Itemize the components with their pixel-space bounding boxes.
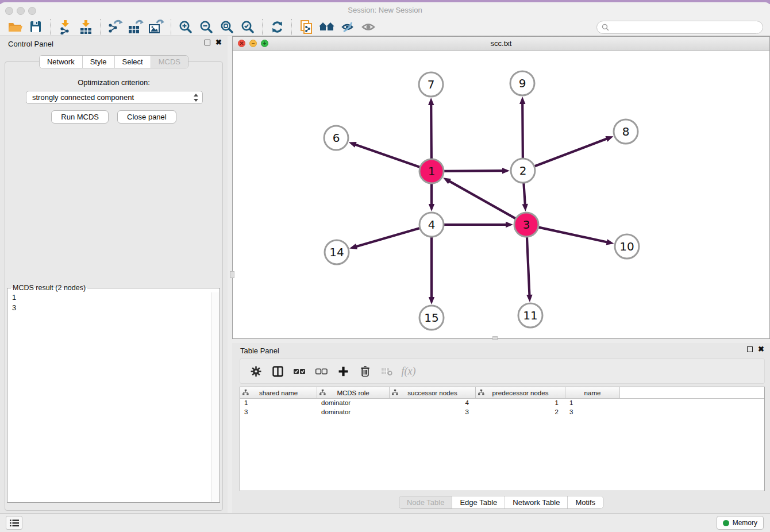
toolbar-separator [50,19,51,35]
graph-node-6[interactable]: 6 [324,126,348,150]
graph-edge-4-14[interactable] [349,228,419,249]
column-header-label: name [584,390,601,396]
zoom-out-button[interactable] [196,18,217,36]
graph-node-14[interactable]: 14 [325,240,349,264]
table-options-button[interactable] [247,363,264,380]
export-image-icon [148,20,164,34]
table-cell: 1 [240,399,317,408]
graph-node-4[interactable]: 4 [419,213,444,237]
zoom-selected-icon [241,20,255,34]
criterion-value: strongly connected component [32,93,193,102]
column-header-predecessor-nodes[interactable]: predecessor nodes [476,387,565,398]
float-panel-icon[interactable] [747,346,753,352]
table-row[interactable]: 3dominator323 [240,408,764,417]
column-header-MCDS-role[interactable]: MCDS role [317,387,390,398]
deselect-all-rows-button[interactable] [313,363,330,380]
graph-node-3[interactable]: 3 [514,213,538,237]
tab-edge-table[interactable]: Edge Table [452,496,505,508]
splitter-grip[interactable] [492,336,498,340]
graph-node-2[interactable]: 2 [511,159,535,183]
search-field[interactable] [596,21,763,34]
table-tabs: Node TableEdge TableNetwork TableMotifs [399,496,603,509]
select-all-rows-button[interactable] [291,363,308,380]
column-header-name[interactable]: name [565,387,620,398]
result-scrollbar[interactable] [211,292,219,502]
graph-edge-4-3[interactable] [444,222,513,228]
delete-table-button[interactable] [378,363,395,380]
add-row-button[interactable] [334,363,352,380]
tab-network[interactable]: Network [40,56,82,68]
graph-edge-3-11[interactable] [526,237,532,302]
open-folder-icon [7,20,22,34]
birds-eye-view-button[interactable] [358,18,379,36]
search-input[interactable] [611,23,763,31]
eye-icon [361,21,376,33]
control-panel-title: Control Panel [8,40,53,48]
tab-mcds[interactable]: MCDS [151,56,188,68]
table-panel: Table Panel ✖ [232,343,770,513]
graph-edge-3-10[interactable] [538,228,614,245]
export-network-button[interactable] [105,18,125,36]
apply-function-button[interactable]: f(x) [400,363,417,380]
graph-node-7[interactable]: 7 [419,72,443,97]
list-icon [10,519,19,527]
export-table-button[interactable] [125,18,146,36]
graph-edge-1-6[interactable] [349,142,420,167]
graph-edge-1-4[interactable] [429,184,434,211]
graph-node-10[interactable]: 10 [615,234,639,259]
duplicate-network-button[interactable] [296,18,317,36]
column-header-shared-name[interactable]: shared name [240,387,317,398]
deselect-all-icon [315,368,328,375]
graph-node-11[interactable]: 11 [518,303,542,327]
close-panel-icon[interactable]: ✖ [215,40,222,45]
close-panel-icon[interactable]: ✖ [758,346,764,352]
table-cell: 1 [565,399,620,408]
save-session-button[interactable] [25,18,46,36]
graphics-details-button[interactable] [337,18,358,36]
task-history-button[interactable] [6,516,22,530]
graph-edge-1-7[interactable] [428,98,434,159]
mcds-result-group: MCDS result (2 nodes) 13 [7,284,220,503]
show-column-panel-button[interactable] [269,363,286,380]
close-panel-button[interactable]: Close panel [117,110,176,124]
memory-button[interactable]: Memory [717,516,764,530]
import-network-button[interactable] [55,18,75,36]
run-mcds-button[interactable]: Run MCDS [51,110,109,124]
tab-style[interactable]: Style [82,56,114,68]
column-header-successor-nodes[interactable]: successor nodes [390,387,476,398]
graph-edge-3-1[interactable] [443,178,515,218]
table-row[interactable]: 1dominator411 [240,399,764,408]
home-networks-button[interactable] [317,18,337,36]
delete-rows-button[interactable] [356,363,374,380]
graph-edge-2-9[interactable] [519,97,525,158]
column-header-label: MCDS role [337,390,369,396]
tab-select[interactable]: Select [114,56,151,68]
graph-edge-2-8[interactable] [535,136,614,166]
graph-edge-1-2[interactable] [444,168,510,174]
export-image-button[interactable] [146,18,167,36]
tab-node-table[interactable]: Node Table [399,496,452,508]
node-label: 3 [523,218,530,232]
graph-node-9[interactable]: 9 [510,71,534,95]
graph-edge-2-3[interactable] [522,183,528,211]
graph-node-1[interactable]: 1 [419,159,444,183]
open-session-button[interactable] [5,18,25,36]
zoom-fit-button[interactable] [217,18,237,36]
tab-motifs[interactable]: Motifs [567,496,603,508]
duplicate-network-icon [299,20,314,34]
zoom-in-button[interactable] [175,18,196,36]
graph-node-8[interactable]: 8 [614,119,638,144]
splitter-grip[interactable] [230,271,234,278]
float-panel-icon[interactable] [205,40,210,45]
network-canvas[interactable]: 7968124314101511 [233,51,769,338]
optimization-criterion-select[interactable]: strongly connected component [26,91,203,104]
table-panel-title: Table Panel [240,346,279,355]
node-label: 10 [619,240,634,253]
node-label: 14 [329,245,344,259]
import-table-button[interactable] [75,18,96,36]
tab-network-table[interactable]: Network Table [505,496,567,508]
graph-node-15[interactable]: 15 [419,306,444,330]
apply-layout-button[interactable] [267,18,287,36]
graph-edge-4-15[interactable] [429,237,434,304]
zoom-selected-button[interactable] [237,18,258,36]
